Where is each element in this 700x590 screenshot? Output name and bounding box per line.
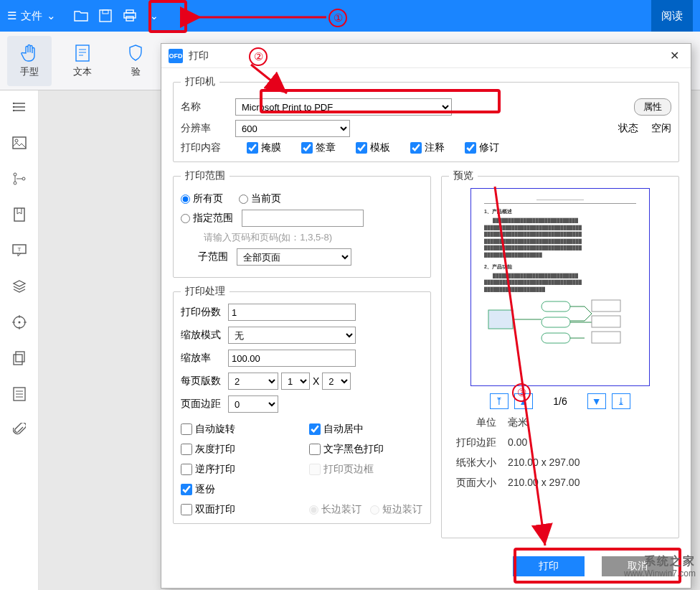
svg-line-43 [251, 65, 287, 93]
watermark: 系统之家 www.Winwin7.com [624, 554, 696, 579]
svg-line-44 [495, 187, 545, 545]
annotation-arrows [0, 0, 700, 590]
